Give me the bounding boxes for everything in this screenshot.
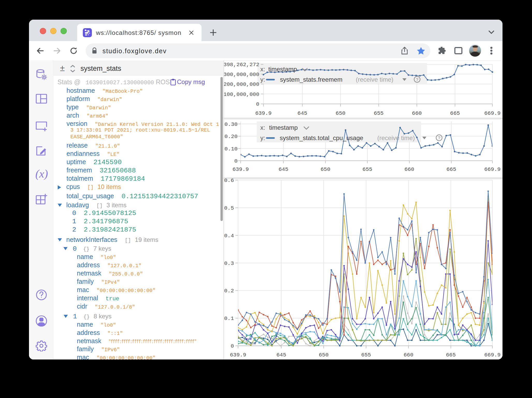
svg-text:?: ? — [438, 136, 440, 141]
svg-text:300,000,000: 300,000,000 — [223, 72, 259, 78]
svg-text:645: 645 — [298, 110, 307, 116]
svg-text:0.10: 0.10 — [225, 146, 238, 152]
svg-text:665: 665 — [446, 352, 456, 358]
svg-text:system_stats.freemem: system_stats.freemem — [280, 76, 342, 83]
svg-text:0: 0 — [234, 158, 238, 164]
svg-text:200,000,000: 200,000,000 — [223, 81, 259, 87]
svg-text:665: 665 — [450, 110, 460, 116]
svg-text:0.20: 0.20 — [225, 134, 238, 140]
svg-text:660: 660 — [412, 110, 422, 116]
svg-text:650: 650 — [321, 166, 330, 172]
svg-text:650: 650 — [319, 352, 329, 358]
svg-text:system_stats.total_cpu_usage: system_stats.total_cpu_usage — [280, 134, 363, 141]
svg-text:645: 645 — [276, 352, 286, 358]
svg-text:645: 645 — [278, 166, 288, 172]
svg-text:(receive time): (receive time) — [356, 76, 393, 83]
svg-text:0.3: 0.3 — [224, 261, 234, 266]
svg-text:669.9: 669.9 — [484, 166, 500, 172]
svg-text:0.6: 0.6 — [224, 178, 234, 183]
svg-text:(receive time): (receive time) — [377, 134, 415, 141]
svg-text:639.9: 639.9 — [232, 166, 249, 172]
svg-text:0.1: 0.1 — [224, 316, 234, 322]
svg-text:655: 655 — [361, 352, 371, 358]
svg-text:655: 655 — [374, 110, 384, 116]
svg-text:timestamp: timestamp — [268, 66, 297, 73]
svg-text:0.4: 0.4 — [224, 233, 234, 239]
svg-text:y:: y: — [260, 134, 265, 141]
svg-text:669.9: 669.9 — [484, 352, 500, 358]
svg-text:655: 655 — [363, 166, 372, 172]
svg-text:x:: x: — [260, 124, 265, 131]
svg-text:639.9: 639.9 — [230, 352, 246, 358]
svg-text:665: 665 — [446, 166, 456, 172]
svg-text:y:: y: — [260, 76, 265, 83]
svg-text:0.30: 0.30 — [225, 121, 238, 127]
svg-text:x:: x: — [260, 66, 265, 73]
svg-text:398,262,272: 398,262,272 — [223, 62, 259, 68]
svg-text:100,000,000: 100,000,000 — [223, 91, 259, 97]
svg-text:639.9: 639.9 — [255, 110, 271, 116]
svg-text:660: 660 — [404, 352, 413, 358]
svg-text:0.5: 0.5 — [224, 205, 234, 211]
svg-text:timestamp: timestamp — [269, 124, 298, 131]
svg-text:660: 660 — [404, 166, 414, 172]
svg-text:669.9: 669.9 — [484, 110, 500, 116]
svg-text:0: 0 — [256, 101, 259, 107]
svg-text:?: ? — [416, 77, 418, 82]
svg-text:650: 650 — [336, 110, 345, 116]
svg-text:0.2: 0.2 — [224, 288, 234, 294]
